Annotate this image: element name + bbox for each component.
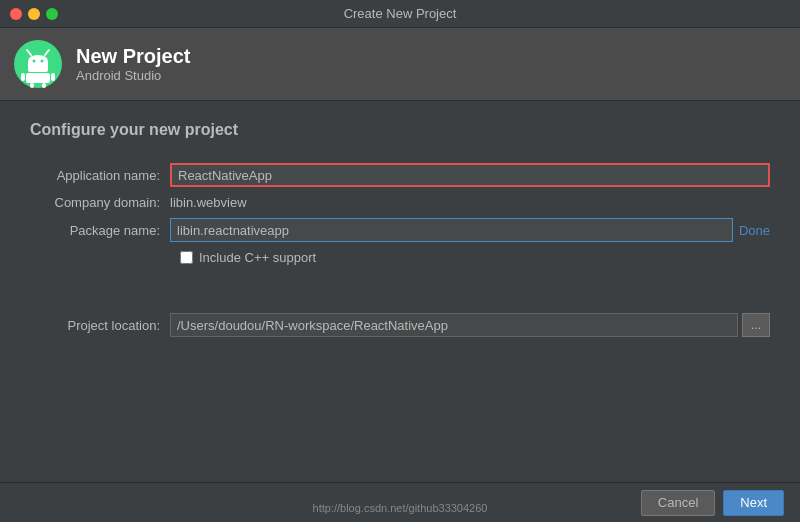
done-link[interactable]: Done xyxy=(739,223,770,238)
svg-rect-9 xyxy=(42,83,46,88)
project-location-row: Project location: ... xyxy=(30,313,770,337)
cpp-support-label: Include C++ support xyxy=(199,250,316,265)
application-name-input[interactable] xyxy=(170,163,770,187)
traffic-lights xyxy=(10,8,58,20)
package-input-group: Done xyxy=(170,218,770,242)
next-button[interactable]: Next xyxy=(723,490,784,516)
dialog-footer: http://blog.csdn.net/github33304260 Canc… xyxy=(0,482,800,522)
package-name-row: Package name: Done xyxy=(30,218,770,242)
package-name-label: Package name: xyxy=(30,223,170,238)
svg-point-3 xyxy=(33,60,36,63)
maximize-button[interactable] xyxy=(46,8,58,20)
package-name-input[interactable] xyxy=(170,218,733,242)
section-title: Configure your new project xyxy=(30,121,770,139)
window-title: Create New Project xyxy=(344,6,457,21)
android-logo-icon xyxy=(14,40,62,88)
svg-rect-8 xyxy=(30,83,34,88)
svg-point-4 xyxy=(41,60,44,63)
cpp-support-row: Include C++ support xyxy=(180,250,770,265)
cancel-button[interactable]: Cancel xyxy=(641,490,715,516)
minimize-button[interactable] xyxy=(28,8,40,20)
header-title: New Project xyxy=(76,45,190,68)
header-text: New Project Android Studio xyxy=(76,45,190,83)
project-location-label: Project location: xyxy=(30,318,170,333)
company-domain-row: Company domain: libin.webview xyxy=(30,195,770,210)
dialog-header: New Project Android Studio xyxy=(0,28,800,101)
company-domain-value: libin.webview xyxy=(170,195,247,210)
svg-rect-6 xyxy=(21,73,25,81)
close-button[interactable] xyxy=(10,8,22,20)
watermark: http://blog.csdn.net/github33304260 xyxy=(313,502,488,514)
cpp-support-checkbox[interactable] xyxy=(180,251,193,264)
browse-button[interactable]: ... xyxy=(742,313,770,337)
application-name-label: Application name: xyxy=(30,168,170,183)
project-location-input[interactable] xyxy=(170,313,738,337)
application-name-row: Application name: xyxy=(30,163,770,187)
svg-rect-5 xyxy=(26,73,50,83)
title-bar: Create New Project xyxy=(0,0,800,28)
company-domain-label: Company domain: xyxy=(30,195,170,210)
svg-rect-7 xyxy=(51,73,55,81)
main-content: Configure your new project Application n… xyxy=(0,101,800,365)
header-subtitle: Android Studio xyxy=(76,68,190,83)
